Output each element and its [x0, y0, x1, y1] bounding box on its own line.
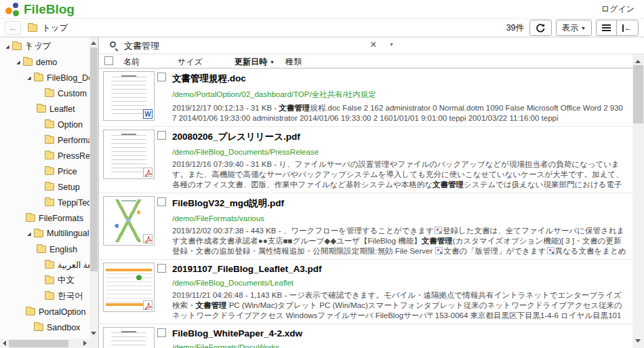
tree-item-sandbox[interactable]: Sandbox [0, 320, 89, 335]
fileblog-logo[interactable]: FileBlog [4, 1, 75, 18]
tree-item-label: demo [36, 58, 57, 67]
tree-expand-arrow-icon[interactable]: ◢ [25, 75, 33, 81]
folder-icon [45, 136, 54, 144]
result-thumbnail[interactable] [103, 130, 155, 179]
result-row: 20191107_FileBlog_Leaflet_A3.pdf /demo/F… [99, 260, 632, 324]
tree-item-label: اللغة العربية [58, 260, 89, 270]
scroll-down-icon [635, 339, 641, 345]
scroll-left-icon[interactable] [0, 341, 6, 346]
result-title[interactable]: 文書管理規程.doc [172, 73, 627, 85]
folder-icon [37, 105, 46, 113]
scroll-down-icon[interactable] [91, 332, 96, 338]
result-path-link[interactable]: /demo/FileFormats/DocuWorks [172, 343, 627, 348]
scroll-up-icon[interactable] [91, 39, 96, 45]
result-path-link[interactable]: /demo/FileBlog_Documents/PressRelease [172, 148, 627, 156]
pdf-file-icon [143, 234, 153, 244]
tree-expand-arrow-icon[interactable]: ◢ [3, 44, 12, 50]
tree-item-multilingual[interactable]: ◢Multilingual - 多言語 [0, 226, 89, 241]
tree-item-custom[interactable]: Custom [0, 85, 89, 101]
result-checkbox[interactable] [157, 197, 166, 206]
tree-horizontal-scrollbar[interactable] [0, 339, 89, 348]
tree-item-option[interactable]: Option [0, 117, 89, 132]
scroll-down-button[interactable] [632, 338, 644, 348]
breadcrumb-top[interactable]: トップ [42, 22, 68, 34]
search-input[interactable]: 文書管理 [124, 40, 159, 52]
result-thumbnail[interactable]: Dw [103, 327, 155, 348]
column-type[interactable]: 種類 [285, 56, 302, 68]
result-title[interactable]: 20191107_FileBlog_Leaflet_A3.pdf [172, 264, 627, 274]
folder-icon [45, 183, 54, 191]
scroll-right-icon[interactable] [83, 341, 89, 346]
folder-icon [45, 292, 54, 300]
tree-vertical-scrollbar-thumb[interactable] [90, 47, 98, 271]
result-title[interactable]: 20080206_プレスリリース.pdf [172, 131, 627, 143]
tree-item-teppitechnology[interactable]: TeppiTechnology [0, 195, 89, 210]
tree-item-label: Option [58, 120, 83, 130]
result-thumbnail[interactable] [103, 196, 155, 246]
back-button[interactable]: ← [5, 21, 21, 35]
select-all-checkbox[interactable] [104, 56, 113, 65]
tree-item-label: Multilingual - 多言語 [47, 228, 89, 239]
tree-item-arabic[interactable]: اللغة العربية [0, 257, 89, 273]
tree-horizontal-scrollbar-thumb[interactable] [9, 340, 68, 347]
navigation-toolbar: ← トップ 39件 表示 ▼ ← [0, 19, 644, 37]
result-path-link[interactable]: /demo/FileFormats/various [172, 214, 627, 223]
search-options-chevron-icon[interactable]: ▼ [389, 42, 394, 47]
tree-item-korean[interactable]: 한국어 [0, 288, 89, 304]
tree-expand-arrow-icon[interactable]: ◢ [14, 60, 22, 65]
result-thumbnail[interactable]: W [103, 71, 155, 121]
tree-expand-arrow-icon[interactable]: ◢ [25, 231, 33, 237]
column-name[interactable]: 名前 [123, 56, 140, 68]
list-vertical-scrollbar[interactable] [632, 54, 644, 348]
tree-item-label: FileFormats [39, 214, 83, 223]
column-modified[interactable]: 更新日時▼ [235, 56, 275, 68]
folder-icon [26, 214, 35, 222]
tree-item-demo[interactable]: ◢demo [0, 54, 89, 70]
refresh-button[interactable] [529, 20, 552, 36]
folder-icon [12, 43, 22, 50]
result-checkbox[interactable] [157, 328, 166, 337]
top-header: FileBlog ログイン [0, 0, 644, 19]
list-view-icon [602, 27, 611, 28]
list-scrollbar-thumb[interactable] [633, 65, 643, 123]
result-checkbox[interactable] [157, 73, 166, 81]
tree-item-pressrelease[interactable]: PressRelease [0, 148, 89, 163]
result-snippet: 2019/11/21 04:26:48 - 1,143 KB - ージ表示で確認… [172, 290, 627, 321]
result-thumbnail[interactable] [103, 263, 155, 312]
tree-item-label: 한국어 [58, 290, 83, 302]
result-path-link[interactable]: /demo/FileBlog_Documents/Leaflet [172, 279, 627, 287]
result-row: Dw FileBlog_WhitePaper_4-2.xdw /demo/Fil… [99, 324, 632, 348]
result-title[interactable]: FileBlogV32_mgd説明.pdf [172, 197, 627, 210]
result-path-link[interactable]: /demo/PortalOption/02_dashboard/TOP/全社共有… [172, 90, 627, 100]
tree-item-top[interactable]: ◢トップ [0, 39, 89, 54]
result-checkbox[interactable] [157, 264, 166, 273]
column-size[interactable]: サイズ [178, 56, 203, 68]
tree-item-price[interactable]: Price [0, 163, 89, 179]
fileblog-logo-text: FileBlog [24, 2, 75, 17]
tree-item-performance[interactable]: Performance [0, 132, 89, 148]
tree-item-fileblog-documents[interactable]: ◢FileBlog_Documents [0, 70, 89, 85]
clear-search-icon[interactable]: × [370, 39, 376, 51]
fileblog-logo-icon [4, 1, 22, 18]
collapse-sidebar-button[interactable]: ← [616, 20, 639, 36]
layout-button-group: ← [596, 20, 639, 36]
tree-item-english[interactable]: ▷English [0, 241, 89, 257]
tree-item-fileformats[interactable]: ▷FileFormats [0, 210, 89, 226]
tree-item-chinese[interactable]: 中文 [0, 273, 89, 288]
tree-item-portaloption[interactable]: ▷PortalOption [0, 304, 89, 320]
login-link[interactable]: ログイン [601, 3, 635, 15]
tree-item-setup[interactable]: Setup [0, 179, 89, 195]
result-checkbox[interactable] [157, 131, 166, 140]
tree-item-leaflet[interactable]: ▷Leaflet [0, 101, 89, 117]
folder-tree: ◢トップ ◢demo ◢FileBlog_Documents Custom ▷L… [0, 39, 89, 339]
result-list: W 文書管理規程.doc /demo/PortalOption/02_dashb… [99, 69, 632, 348]
scrollbar-corner [89, 339, 98, 348]
scroll-up-button[interactable] [632, 54, 644, 64]
view-dropdown-button[interactable]: 表示 ▼ [556, 20, 592, 36]
tree-vertical-scrollbar[interactable] [89, 37, 98, 339]
fileblog-app: FileBlog ログイン ← トップ 39件 表示 ▼ ← [0, 0, 644, 348]
result-title[interactable]: FileBlog_WhitePaper_4-2.xdw [172, 328, 627, 339]
list-view-button[interactable] [596, 20, 617, 36]
breadcrumb: トップ [28, 22, 68, 34]
back-arrow-icon: ← [9, 23, 18, 33]
